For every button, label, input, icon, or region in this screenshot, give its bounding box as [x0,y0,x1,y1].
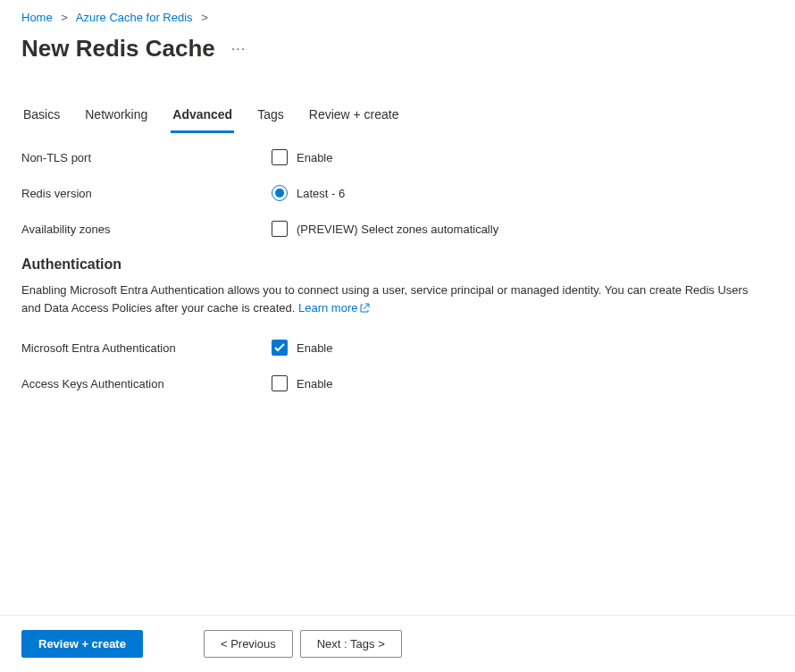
more-actions-button[interactable]: ··· [228,41,249,57]
tab-networking[interactable]: Networking [83,102,149,133]
tabs: Basics Networking Advanced Tags Review +… [0,102,795,133]
section-heading-authentication: Authentication [21,256,774,273]
checkbox-availability-zones[interactable] [272,221,288,237]
breadcrumb-azure-cache[interactable]: Azure Cache for Redis [76,11,193,24]
label-availability-zones: Availability zones [21,223,272,236]
learn-more-link[interactable]: Learn more [298,301,370,315]
section-description-authentication: Enabling Microsoft Entra Authentication … [21,281,754,318]
row-entra-auth: Microsoft Entra Authentication Enable [21,340,774,356]
breadcrumb-home[interactable]: Home [21,11,53,24]
chevron-right-icon: > [61,11,68,24]
option-label-non-tls: Enable [297,151,332,164]
previous-button[interactable]: < Previous [204,630,293,658]
tab-review-create[interactable]: Review + create [307,102,401,133]
option-label-redis-version: Latest - 6 [297,187,345,200]
checkbox-non-tls-port[interactable] [272,149,288,165]
row-non-tls-port: Non-TLS port Enable [21,149,774,165]
page-header: New Redis Cache ··· [0,28,795,80]
wizard-footer: Review + create < Previous Next : Tags > [0,615,795,672]
auth-description-text: Enabling Microsoft Entra Authentication … [21,283,748,315]
chevron-right-icon: > [201,11,208,24]
tab-tags[interactable]: Tags [255,102,286,133]
radio-redis-version-latest[interactable] [272,185,288,201]
option-label-availability-zones: (PREVIEW) Select zones automatically [297,223,498,236]
review-create-button[interactable]: Review + create [21,630,143,658]
row-availability-zones: Availability zones (PREVIEW) Select zone… [21,221,774,237]
breadcrumb: Home > Azure Cache for Redis > [0,0,795,28]
checkbox-entra-auth[interactable] [272,340,288,356]
label-entra-auth: Microsoft Entra Authentication [21,341,272,355]
label-redis-version: Redis version [21,187,272,200]
page-title: New Redis Cache [21,35,215,63]
option-label-entra: Enable [297,341,332,355]
tab-basics[interactable]: Basics [21,102,62,133]
form-area: Non-TLS port Enable Redis version Latest… [0,133,795,391]
row-access-keys-auth: Access Keys Authentication Enable [21,375,774,391]
tab-advanced[interactable]: Advanced [171,102,234,133]
next-button[interactable]: Next : Tags > [300,630,402,658]
external-link-icon [359,301,370,319]
label-access-keys-auth: Access Keys Authentication [21,377,272,391]
checkbox-access-keys-auth[interactable] [272,375,288,391]
row-redis-version: Redis version Latest - 6 [21,185,774,201]
label-non-tls-port: Non-TLS port [21,151,272,164]
option-label-access-keys: Enable [297,377,332,391]
